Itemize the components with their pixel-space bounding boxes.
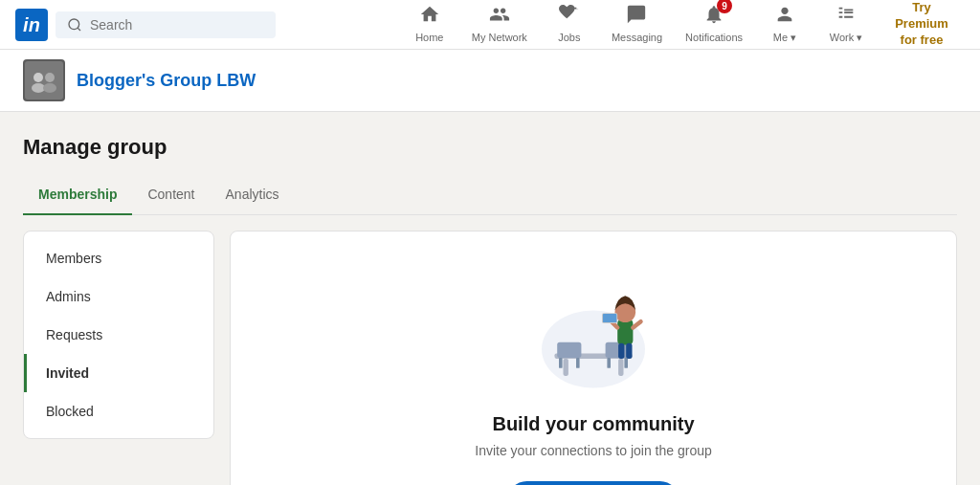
nav-label-work: Work ▾ [830,32,863,44]
svg-rect-16 [624,358,628,368]
nav-item-me[interactable]: Me ▾ [756,0,813,50]
svg-point-0 [69,19,79,30]
svg-rect-17 [617,320,633,345]
work-icon [835,4,857,30]
svg-point-3 [33,73,43,82]
nav-item-network[interactable]: My Network [462,0,537,50]
menu-item-invited[interactable]: Invited [24,354,213,392]
tab-membership[interactable]: Membership [23,175,132,215]
group-name[interactable]: Blogger's Group LBW [77,71,256,91]
notifications-icon: 9 [703,4,724,30]
nav-label-notifications: Notifications [685,32,743,43]
premium-link[interactable]: Try Premium for free [879,0,965,49]
svg-rect-22 [603,314,616,322]
search-bar[interactable] [56,11,276,38]
menu-item-admins[interactable]: Admins [24,277,213,316]
subheader: Blogger's Group LBW [0,50,980,112]
nav-label-me: Me ▾ [773,32,796,44]
home-icon [419,4,440,30]
menu-item-members[interactable]: Members [24,239,213,277]
notifications-badge: 9 [717,0,732,13]
menu-item-requests[interactable]: Requests [24,316,213,354]
menu-item-blocked[interactable]: Blocked [24,392,213,430]
nav-label-network: My Network [472,32,527,43]
invite-connections-button[interactable]: Invite connections [507,481,679,485]
svg-line-1 [78,28,80,31]
page-title: Manage group [23,135,957,160]
svg-rect-2 [25,61,63,99]
svg-rect-13 [559,358,563,368]
svg-rect-9 [564,359,568,376]
group-icon [23,59,65,101]
nav-items: Home My Network Jobs Messaging [401,0,965,50]
navbar: in Home My Network Jobs [0,0,980,50]
nav-label-messaging: Messaging [612,32,662,43]
me-icon [774,4,795,30]
search-icon [67,17,82,33]
linkedin-logo[interactable]: in [15,9,48,41]
main-content: Manage group Membership Content Analytic… [0,112,980,485]
nav-item-jobs[interactable]: Jobs [541,0,598,50]
svg-rect-10 [618,359,623,376]
nav-item-home[interactable]: Home [401,0,458,50]
network-icon [489,4,510,30]
nav-item-messaging[interactable]: Messaging [602,0,672,50]
svg-line-20 [633,321,640,327]
svg-point-6 [43,83,56,93]
svg-rect-11 [557,342,581,358]
svg-rect-23 [618,343,624,359]
content-area: Members Admins Requests Invited Blocked [23,215,957,485]
nav-label-home: Home [415,32,443,43]
community-illustration [507,270,679,394]
nav-label-jobs: Jobs [558,32,580,43]
left-panel: Members Admins Requests Invited Blocked [23,231,214,439]
svg-rect-24 [626,343,632,359]
right-panel: Build your community Invite your connect… [230,231,957,485]
nav-item-work[interactable]: Work ▾ [817,0,875,50]
svg-rect-14 [576,358,580,368]
community-title: Build your community [492,413,694,435]
svg-rect-15 [607,358,611,368]
nav-item-notifications[interactable]: 9 Notifications [676,0,752,50]
search-input[interactable] [90,17,264,33]
svg-point-4 [45,73,55,82]
svg-point-5 [32,83,45,93]
tab-content[interactable]: Content [132,175,210,215]
jobs-icon [559,4,580,30]
community-subtitle: Invite your connections to join the grou… [475,443,712,458]
messaging-icon [626,4,647,30]
tab-analytics[interactable]: Analytics [211,175,295,215]
tabs: Membership Content Analytics [23,175,957,215]
